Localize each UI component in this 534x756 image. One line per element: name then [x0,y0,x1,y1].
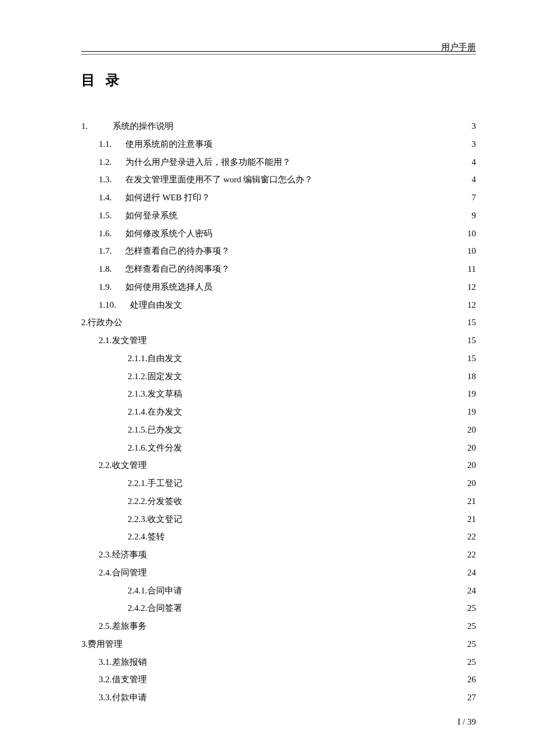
toc-text: 2.5.差旅事务 [99,617,147,635]
toc-text: 如何登录系统 [125,207,178,225]
toc-page: 15 [466,350,476,368]
toc-number: 1.5. [99,207,125,225]
toc-text: 2.3.经济事项 [99,546,147,564]
toc-row: 3.2.借支管理26 [81,671,476,689]
toc-row: 2.行政办公15 [81,314,476,332]
toc-text: 2.2.1.手工登记 [128,474,182,492]
toc-page: 18 [466,368,476,386]
toc-row: 2.1.4.在办发文19 [81,403,476,421]
header-title: 用户手册 [441,42,476,53]
toc-page: 25 [466,635,476,653]
toc-number: 1.6. [99,225,125,243]
toc-text: 2.1.2.固定发文 [128,368,182,386]
toc-text: 2.4.2.合同签署 [128,599,182,617]
toc-page: 11 [466,260,476,278]
toc-text: 2.1.1.自由发文 [128,350,182,368]
document-page: 用户手册 目 录 1.系统的操作说明31.1.使用系统前的注意事项31.2.为什… [0,0,534,756]
toc-row: 1.1.使用系统前的注意事项3 [81,135,476,153]
toc-row: 1.2.为什么用户登录进入后，很多功能不能用？4 [81,153,476,171]
toc-page: 19 [466,385,476,403]
toc-number: 1.4. [99,189,125,207]
toc-page: 21 [466,492,476,510]
page-footer: I / 39 [457,717,476,727]
toc-text: 2.2.收文管理 [99,456,147,474]
toc-row: 2.2.1.手工登记20 [81,474,476,492]
toc-row: 2.1.6.文件分发20 [81,439,476,457]
toc-page: 12 [466,296,476,314]
toc-row: 2.1.5.已办发文20 [81,421,476,439]
toc-row: 1.10.处理自由发文12 [81,296,476,314]
toc-page: 3 [466,117,476,135]
toc-number: 1.10. [99,296,130,314]
toc-text: 2.1.5.已办发文 [128,421,182,439]
toc-row: 2.1.1.自由发文15 [81,350,476,368]
toc-text: 3.1.差旅报销 [99,653,147,671]
toc-text: 怎样查看自己的待办事项？ [125,242,230,260]
toc-list: 1.系统的操作说明31.1.使用系统前的注意事项31.2.为什么用户登录进入后，… [81,117,476,707]
toc-row: 1.5.如何登录系统9 [81,207,476,225]
toc-text: 2.1.发文管理 [99,332,147,350]
toc-number: 1.2. [99,153,125,171]
toc-text: 在发文管理里面使用不了 word 编辑窗口怎么办？ [125,171,313,189]
toc-page: 15 [466,314,476,332]
header-rule-top [81,51,476,52]
toc-page: 20 [466,439,476,457]
toc-row: 2.2.收文管理20 [81,456,476,474]
toc-page: 10 [466,242,476,260]
toc-row: 3.3.付款申请27 [81,689,476,707]
toc-page: 25 [466,617,476,635]
toc-heading: 目 录 [81,71,476,89]
toc-page: 7 [466,189,476,207]
toc-page: 20 [466,421,476,439]
toc-text: 3.2.借支管理 [99,671,147,689]
toc-number: 1.3. [99,171,125,189]
toc-row: 2.5.差旅事务25 [81,617,476,635]
toc-number: 1.9. [99,278,125,296]
toc-number: 1.7. [99,242,125,260]
toc-text: 2.1.6.文件分发 [128,439,182,457]
toc-page: 19 [466,403,476,421]
toc-page: 25 [466,599,476,617]
toc-page: 25 [466,653,476,671]
toc-page: 12 [466,278,476,296]
toc-row: 1.3.在发文管理里面使用不了 word 编辑窗口怎么办？4 [81,171,476,189]
toc-text: 2.行政办公 [81,314,122,332]
toc-text: 3.3.付款申请 [99,689,147,707]
toc-text: 2.2.4.签转 [128,528,165,546]
toc-row: 2.4.2.合同签署25 [81,599,476,617]
toc-row: 2.1.3.发文草稿19 [81,385,476,403]
toc-page: 22 [466,546,476,564]
toc-page: 22 [466,528,476,546]
toc-text: 2.4.合同管理 [99,564,147,582]
toc-row: 2.1.2.固定发文18 [81,368,476,386]
toc-text: 系统的操作说明 [113,117,174,135]
toc-text: 2.2.3.收文登记 [128,510,182,528]
toc-row: 2.2.2.分发签收21 [81,492,476,510]
toc-page: 9 [466,207,476,225]
toc-row: 3.费用管理25 [81,635,476,653]
toc-text: 如何使用系统选择人员 [125,278,212,296]
toc-number: 1.8. [99,260,125,278]
toc-row: 1.7.怎样查看自己的待办事项？10 [81,242,476,260]
toc-page: 24 [466,564,476,582]
toc-text: 2.2.2.分发签收 [128,492,182,510]
toc-row: 1.4.如何进行 WEB 打印？7 [81,189,476,207]
toc-text: 为什么用户登录进入后，很多功能不能用？ [125,153,291,171]
toc-number: 1. [81,117,113,135]
toc-text: 2.1.4.在办发文 [128,403,182,421]
toc-text: 2.4.1.合同申请 [128,582,182,600]
toc-page: 4 [466,153,476,171]
toc-page: 20 [466,474,476,492]
toc-page: 27 [466,689,476,707]
toc-row: 2.2.3.收文登记21 [81,510,476,528]
toc-row: 2.4.合同管理24 [81,564,476,582]
toc-text: 如何进行 WEB 打印？ [125,189,210,207]
toc-row: 1.系统的操作说明3 [81,117,476,135]
toc-page: 24 [466,582,476,600]
toc-row: 2.1.发文管理15 [81,332,476,350]
toc-text: 处理自由发文 [130,296,182,314]
toc-row: 1.9.如何使用系统选择人员12 [81,278,476,296]
toc-row: 2.4.1.合同申请24 [81,582,476,600]
toc-page: 21 [466,510,476,528]
toc-row: 1.8.怎样查看自己的待阅事项？11 [81,260,476,278]
